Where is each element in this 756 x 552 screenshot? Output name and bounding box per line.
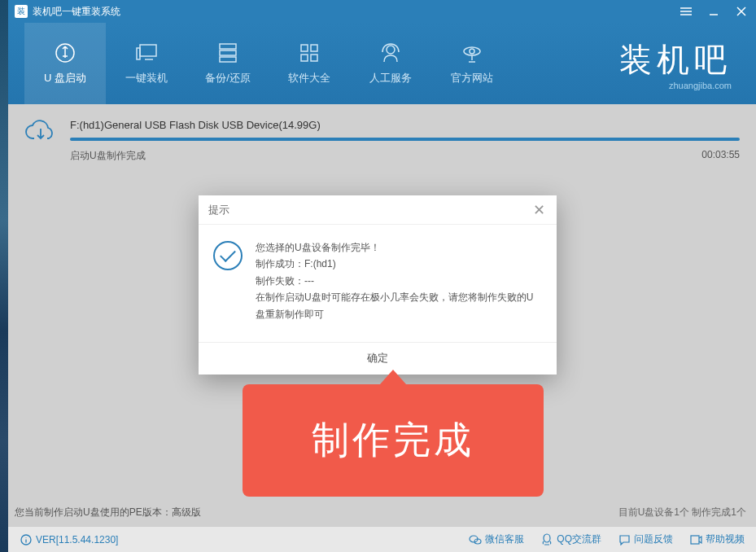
callout-text: 制作完成 <box>312 415 474 466</box>
check-circle-icon <box>213 241 243 270</box>
callout-balloon: 制作完成 <box>243 384 544 497</box>
dialog-title: 提示 <box>208 203 229 217</box>
dialog-text: 您选择的U盘设备制作完毕！ 制作成功：F:(hd1) 制作失败：--- 在制作启… <box>256 239 542 322</box>
dialog-line: 制作成功：F:(hd1) <box>256 256 542 272</box>
dialog-line: 制作失败：--- <box>256 273 542 289</box>
dialog: 提示 ✕ 您选择的U盘设备制作完毕！ 制作成功：F:(hd1) 制作失败：---… <box>199 195 557 375</box>
dialog-header: 提示 ✕ <box>199 195 557 225</box>
dialog-overlay: 提示 ✕ 您选择的U盘设备制作完毕！ 制作成功：F:(hd1) 制作失败：---… <box>0 0 756 552</box>
dialog-close-button[interactable]: ✕ <box>531 201 547 219</box>
dialog-line: 在制作启动U盘时可能存在极小几率会失败，请您将制作失败的U盘重新制作即可 <box>256 289 542 322</box>
dialog-footer: 确定 <box>199 342 557 375</box>
dialog-line: 您选择的U盘设备制作完毕！ <box>256 239 542 256</box>
dialog-body: 您选择的U盘设备制作完毕！ 制作成功：F:(hd1) 制作失败：--- 在制作启… <box>199 225 557 342</box>
dialog-ok-button[interactable]: 确定 <box>351 346 404 370</box>
